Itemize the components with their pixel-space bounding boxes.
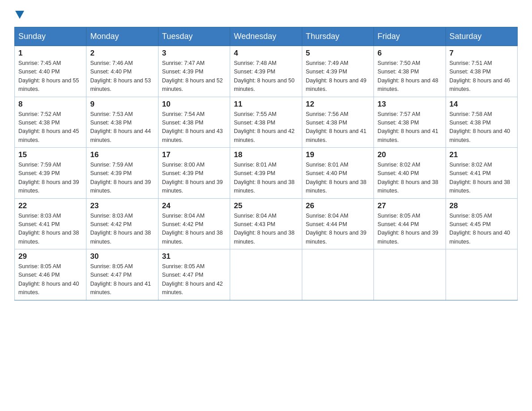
day-info: Sunrise: 7:49 AMSunset: 4:39 PMDaylight:… <box>306 59 370 94</box>
day-info: Sunrise: 8:02 AMSunset: 4:40 PMDaylight:… <box>378 161 442 196</box>
day-info: Sunrise: 8:05 AMSunset: 4:45 PMDaylight:… <box>450 212 514 247</box>
day-number: 13 <box>378 100 442 109</box>
day-number: 24 <box>162 201 226 210</box>
day-info: Sunrise: 8:01 AMSunset: 4:39 PMDaylight:… <box>234 161 298 196</box>
day-number: 9 <box>90 100 154 109</box>
day-number: 22 <box>18 201 82 210</box>
calendar-cell <box>230 249 302 300</box>
day-number: 17 <box>162 150 226 159</box>
day-info: Sunrise: 7:50 AMSunset: 4:38 PMDaylight:… <box>378 59 442 94</box>
day-info: Sunrise: 7:54 AMSunset: 4:38 PMDaylight:… <box>162 110 226 145</box>
day-info: Sunrise: 7:55 AMSunset: 4:38 PMDaylight:… <box>234 110 298 145</box>
weekday-header-row: SundayMondayTuesdayWednesdayThursdayFrid… <box>15 27 518 46</box>
logo <box>14 11 25 19</box>
weekday-header-thursday: Thursday <box>302 27 373 46</box>
calendar-cell: 28Sunrise: 8:05 AMSunset: 4:45 PMDayligh… <box>446 198 517 249</box>
weekday-header-tuesday: Tuesday <box>158 27 230 46</box>
calendar-cell <box>302 249 373 300</box>
day-info: Sunrise: 8:00 AMSunset: 4:39 PMDaylight:… <box>162 161 226 196</box>
page-header <box>14 11 518 19</box>
weekday-header-wednesday: Wednesday <box>230 27 302 46</box>
calendar-cell: 2Sunrise: 7:46 AMSunset: 4:40 PMDaylight… <box>86 46 158 97</box>
day-info: Sunrise: 7:47 AMSunset: 4:39 PMDaylight:… <box>162 59 226 94</box>
calendar-cell: 19Sunrise: 8:01 AMSunset: 4:40 PMDayligh… <box>302 148 373 199</box>
day-number: 30 <box>90 252 154 261</box>
day-info: Sunrise: 8:04 AMSunset: 4:44 PMDaylight:… <box>306 212 370 247</box>
day-number: 8 <box>18 100 82 109</box>
day-info: Sunrise: 8:04 AMSunset: 4:43 PMDaylight:… <box>234 212 298 247</box>
calendar-cell: 9Sunrise: 7:53 AMSunset: 4:38 PMDaylight… <box>86 97 158 148</box>
day-number: 25 <box>234 201 298 210</box>
day-number: 7 <box>450 49 514 58</box>
calendar-week-row: 29Sunrise: 8:05 AMSunset: 4:46 PMDayligh… <box>15 249 518 300</box>
day-number: 19 <box>306 150 370 159</box>
weekday-header-monday: Monday <box>86 27 158 46</box>
day-number: 6 <box>378 49 442 58</box>
day-info: Sunrise: 8:05 AMSunset: 4:47 PMDaylight:… <box>162 262 226 297</box>
weekday-header-sunday: Sunday <box>15 27 86 46</box>
calendar-cell: 12Sunrise: 7:56 AMSunset: 4:38 PMDayligh… <box>302 97 373 148</box>
day-number: 12 <box>306 100 370 109</box>
day-number: 16 <box>90 150 154 159</box>
calendar-cell: 30Sunrise: 8:05 AMSunset: 4:47 PMDayligh… <box>86 249 158 300</box>
day-info: Sunrise: 7:56 AMSunset: 4:38 PMDaylight:… <box>306 110 370 145</box>
calendar-cell: 14Sunrise: 7:58 AMSunset: 4:38 PMDayligh… <box>446 97 517 148</box>
day-number: 2 <box>90 49 154 58</box>
day-info: Sunrise: 8:05 AMSunset: 4:46 PMDaylight:… <box>18 262 82 297</box>
calendar-week-row: 8Sunrise: 7:52 AMSunset: 4:38 PMDaylight… <box>15 97 518 148</box>
calendar-week-row: 1Sunrise: 7:45 AMSunset: 4:40 PMDaylight… <box>15 46 518 97</box>
day-number: 27 <box>378 201 442 210</box>
calendar-cell: 7Sunrise: 7:51 AMSunset: 4:38 PMDaylight… <box>446 46 517 97</box>
day-info: Sunrise: 7:51 AMSunset: 4:38 PMDaylight:… <box>450 59 514 94</box>
calendar-cell: 11Sunrise: 7:55 AMSunset: 4:38 PMDayligh… <box>230 97 302 148</box>
calendar-cell: 3Sunrise: 7:47 AMSunset: 4:39 PMDaylight… <box>158 46 230 97</box>
day-info: Sunrise: 7:45 AMSunset: 4:40 PMDaylight:… <box>18 59 82 94</box>
day-info: Sunrise: 8:03 AMSunset: 4:42 PMDaylight:… <box>90 212 154 247</box>
calendar-cell: 22Sunrise: 8:03 AMSunset: 4:41 PMDayligh… <box>15 198 86 249</box>
calendar-cell: 20Sunrise: 8:02 AMSunset: 4:40 PMDayligh… <box>374 148 446 199</box>
day-number: 10 <box>162 100 226 109</box>
day-info: Sunrise: 7:46 AMSunset: 4:40 PMDaylight:… <box>90 59 154 94</box>
calendar-cell: 26Sunrise: 8:04 AMSunset: 4:44 PMDayligh… <box>302 198 373 249</box>
calendar-cell: 21Sunrise: 8:02 AMSunset: 4:41 PMDayligh… <box>446 148 517 199</box>
day-number: 23 <box>90 201 154 210</box>
day-number: 5 <box>306 49 370 58</box>
day-info: Sunrise: 7:48 AMSunset: 4:39 PMDaylight:… <box>234 59 298 94</box>
weekday-header-saturday: Saturday <box>446 27 517 46</box>
day-number: 15 <box>18 150 82 159</box>
calendar-cell: 16Sunrise: 7:59 AMSunset: 4:39 PMDayligh… <box>86 148 158 199</box>
calendar-cell: 27Sunrise: 8:05 AMSunset: 4:44 PMDayligh… <box>374 198 446 249</box>
day-info: Sunrise: 8:04 AMSunset: 4:42 PMDaylight:… <box>162 212 226 247</box>
day-number: 14 <box>450 100 514 109</box>
day-info: Sunrise: 8:05 AMSunset: 4:47 PMDaylight:… <box>90 262 154 297</box>
day-number: 18 <box>234 150 298 159</box>
calendar-cell: 15Sunrise: 7:59 AMSunset: 4:39 PMDayligh… <box>15 148 86 199</box>
day-number: 28 <box>450 201 514 210</box>
day-number: 26 <box>306 201 370 210</box>
calendar-cell: 6Sunrise: 7:50 AMSunset: 4:38 PMDaylight… <box>374 46 446 97</box>
calendar-cell <box>446 249 517 300</box>
day-info: Sunrise: 7:59 AMSunset: 4:39 PMDaylight:… <box>18 161 82 196</box>
day-info: Sunrise: 8:02 AMSunset: 4:41 PMDaylight:… <box>450 161 514 196</box>
calendar-cell: 18Sunrise: 8:01 AMSunset: 4:39 PMDayligh… <box>230 148 302 199</box>
day-number: 21 <box>450 150 514 159</box>
weekday-header-friday: Friday <box>374 27 446 46</box>
calendar-cell: 17Sunrise: 8:00 AMSunset: 4:39 PMDayligh… <box>158 148 230 199</box>
day-info: Sunrise: 8:03 AMSunset: 4:41 PMDaylight:… <box>18 212 82 247</box>
day-info: Sunrise: 8:05 AMSunset: 4:44 PMDaylight:… <box>378 212 442 247</box>
calendar-cell: 5Sunrise: 7:49 AMSunset: 4:39 PMDaylight… <box>302 46 373 97</box>
day-number: 4 <box>234 49 298 58</box>
day-info: Sunrise: 7:53 AMSunset: 4:38 PMDaylight:… <box>90 110 154 145</box>
day-number: 3 <box>162 49 226 58</box>
day-number: 11 <box>234 100 298 109</box>
calendar-week-row: 22Sunrise: 8:03 AMSunset: 4:41 PMDayligh… <box>15 198 518 249</box>
logo-arrow-icon <box>15 11 24 19</box>
calendar-cell <box>374 249 446 300</box>
day-number: 29 <box>18 252 82 261</box>
calendar-cell: 1Sunrise: 7:45 AMSunset: 4:40 PMDaylight… <box>15 46 86 97</box>
calendar-cell: 29Sunrise: 8:05 AMSunset: 4:46 PMDayligh… <box>15 249 86 300</box>
calendar-cell: 8Sunrise: 7:52 AMSunset: 4:38 PMDaylight… <box>15 97 86 148</box>
day-info: Sunrise: 7:59 AMSunset: 4:39 PMDaylight:… <box>90 161 154 196</box>
day-info: Sunrise: 7:57 AMSunset: 4:38 PMDaylight:… <box>378 110 442 145</box>
calendar-cell: 24Sunrise: 8:04 AMSunset: 4:42 PMDayligh… <box>158 198 230 249</box>
